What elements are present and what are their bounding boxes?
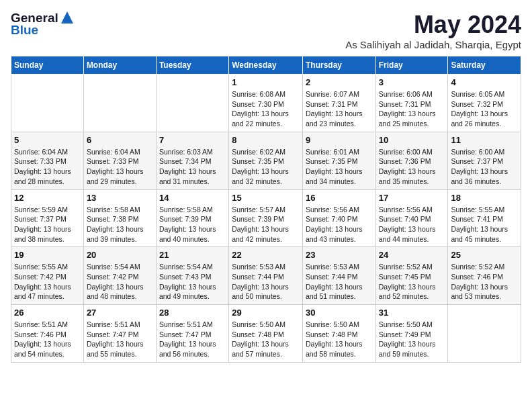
calendar-cell: 7Sunrise: 6:03 AM Sunset: 7:34 PM Daylig… xyxy=(156,132,228,189)
day-info: Sunrise: 5:58 AM Sunset: 7:39 PM Dayligh… xyxy=(159,205,226,244)
calendar-cell: 13Sunrise: 5:58 AM Sunset: 7:38 PM Dayli… xyxy=(83,189,156,247)
calendar-table: SundayMondayTuesdayWednesdayThursdayFrid… xyxy=(11,56,521,363)
day-number: 10 xyxy=(379,135,445,145)
calendar-cell: 6Sunrise: 6:04 AM Sunset: 7:33 PM Daylig… xyxy=(83,132,156,189)
day-info: Sunrise: 5:53 AM Sunset: 7:44 PM Dayligh… xyxy=(232,262,300,302)
day-info: Sunrise: 5:58 AM Sunset: 7:38 PM Dayligh… xyxy=(87,205,153,244)
day-number: 11 xyxy=(451,135,518,145)
day-info: Sunrise: 6:06 AM Sunset: 7:31 PM Dayligh… xyxy=(379,89,445,129)
day-info: Sunrise: 5:51 AM Sunset: 7:47 PM Dayligh… xyxy=(159,320,226,359)
calendar-cell: 15Sunrise: 5:57 AM Sunset: 7:39 PM Dayli… xyxy=(229,189,303,247)
day-number: 4 xyxy=(451,77,518,87)
calendar-week-row: 1Sunrise: 6:08 AM Sunset: 7:30 PM Daylig… xyxy=(11,75,521,132)
day-info: Sunrise: 6:07 AM Sunset: 7:31 PM Dayligh… xyxy=(306,89,373,129)
calendar-cell xyxy=(83,75,156,132)
day-info: Sunrise: 5:57 AM Sunset: 7:39 PM Dayligh… xyxy=(232,205,300,244)
day-info: Sunrise: 6:00 AM Sunset: 7:36 PM Dayligh… xyxy=(379,147,445,187)
calendar-cell: 3Sunrise: 6:06 AM Sunset: 7:31 PM Daylig… xyxy=(375,75,448,132)
weekday-header-tuesday: Tuesday xyxy=(156,56,228,75)
page-header: General Blue May 2024 As Salihiyah al Ja… xyxy=(11,11,521,50)
day-number: 15 xyxy=(232,193,300,203)
calendar-cell: 27Sunrise: 5:51 AM Sunset: 7:47 PM Dayli… xyxy=(83,305,156,363)
weekday-header-thursday: Thursday xyxy=(302,56,375,75)
calendar-week-row: 5Sunrise: 6:04 AM Sunset: 7:33 PM Daylig… xyxy=(11,132,521,189)
day-info: Sunrise: 5:51 AM Sunset: 7:47 PM Dayligh… xyxy=(87,320,153,359)
day-number: 23 xyxy=(306,250,373,260)
calendar-cell: 18Sunrise: 5:55 AM Sunset: 7:41 PM Dayli… xyxy=(448,189,521,247)
day-info: Sunrise: 5:56 AM Sunset: 7:40 PM Dayligh… xyxy=(306,205,373,244)
day-number: 14 xyxy=(159,193,226,203)
day-number: 22 xyxy=(232,250,300,260)
day-info: Sunrise: 5:59 AM Sunset: 7:37 PM Dayligh… xyxy=(14,205,81,244)
day-number: 3 xyxy=(379,77,445,87)
calendar-cell: 5Sunrise: 6:04 AM Sunset: 7:33 PM Daylig… xyxy=(11,132,84,189)
calendar-cell: 1Sunrise: 6:08 AM Sunset: 7:30 PM Daylig… xyxy=(229,75,303,132)
calendar-cell: 26Sunrise: 5:51 AM Sunset: 7:46 PM Dayli… xyxy=(11,305,84,363)
calendar-cell: 17Sunrise: 5:56 AM Sunset: 7:40 PM Dayli… xyxy=(375,189,448,247)
calendar-cell: 29Sunrise: 5:50 AM Sunset: 7:48 PM Dayli… xyxy=(229,305,303,363)
day-number: 9 xyxy=(306,135,373,145)
calendar-cell: 31Sunrise: 5:50 AM Sunset: 7:49 PM Dayli… xyxy=(375,305,448,363)
day-info: Sunrise: 5:54 AM Sunset: 7:43 PM Dayligh… xyxy=(159,262,226,302)
weekday-header-friday: Friday xyxy=(375,56,448,75)
day-info: Sunrise: 5:54 AM Sunset: 7:42 PM Dayligh… xyxy=(87,262,153,302)
day-number: 31 xyxy=(379,308,445,318)
day-number: 16 xyxy=(306,193,373,203)
calendar-cell xyxy=(448,305,521,363)
day-number: 5 xyxy=(14,135,81,145)
calendar-cell: 22Sunrise: 5:53 AM Sunset: 7:44 PM Dayli… xyxy=(229,247,303,305)
calendar-cell: 24Sunrise: 5:52 AM Sunset: 7:45 PM Dayli… xyxy=(375,247,448,305)
day-number: 18 xyxy=(451,193,518,203)
day-number: 12 xyxy=(14,193,81,203)
day-number: 2 xyxy=(306,77,373,87)
day-info: Sunrise: 5:50 AM Sunset: 7:49 PM Dayligh… xyxy=(379,320,445,359)
calendar-cell: 20Sunrise: 5:54 AM Sunset: 7:42 PM Dayli… xyxy=(83,247,156,305)
day-number: 1 xyxy=(232,77,300,87)
day-info: Sunrise: 6:08 AM Sunset: 7:30 PM Dayligh… xyxy=(232,89,300,129)
day-number: 19 xyxy=(14,250,81,260)
svg-marker-0 xyxy=(61,11,73,24)
logo-triangle-icon xyxy=(61,10,73,24)
day-number: 13 xyxy=(87,193,153,203)
calendar-cell: 30Sunrise: 5:50 AM Sunset: 7:48 PM Dayli… xyxy=(302,305,375,363)
day-info: Sunrise: 5:50 AM Sunset: 7:48 PM Dayligh… xyxy=(232,320,300,359)
month-title: May 2024 xyxy=(345,11,521,39)
calendar-cell xyxy=(11,75,84,132)
day-info: Sunrise: 6:04 AM Sunset: 7:33 PM Dayligh… xyxy=(14,147,81,187)
weekday-header-sunday: Sunday xyxy=(11,56,84,75)
day-info: Sunrise: 5:55 AM Sunset: 7:41 PM Dayligh… xyxy=(451,205,518,244)
calendar-cell: 9Sunrise: 6:01 AM Sunset: 7:35 PM Daylig… xyxy=(302,132,375,189)
weekday-header-saturday: Saturday xyxy=(448,56,521,75)
day-info: Sunrise: 6:03 AM Sunset: 7:34 PM Dayligh… xyxy=(159,147,226,187)
calendar-week-row: 12Sunrise: 5:59 AM Sunset: 7:37 PM Dayli… xyxy=(11,189,521,247)
calendar-cell: 2Sunrise: 6:07 AM Sunset: 7:31 PM Daylig… xyxy=(302,75,375,132)
calendar-header-row: SundayMondayTuesdayWednesdayThursdayFrid… xyxy=(11,56,521,75)
day-number: 28 xyxy=(159,308,226,318)
calendar-cell: 11Sunrise: 6:00 AM Sunset: 7:37 PM Dayli… xyxy=(448,132,521,189)
calendar-cell: 23Sunrise: 5:53 AM Sunset: 7:44 PM Dayli… xyxy=(302,247,375,305)
day-number: 25 xyxy=(451,250,518,260)
calendar-cell: 12Sunrise: 5:59 AM Sunset: 7:37 PM Dayli… xyxy=(11,189,84,247)
day-info: Sunrise: 5:50 AM Sunset: 7:48 PM Dayligh… xyxy=(306,320,373,359)
calendar-cell: 28Sunrise: 5:51 AM Sunset: 7:47 PM Dayli… xyxy=(156,305,228,363)
day-info: Sunrise: 6:01 AM Sunset: 7:35 PM Dayligh… xyxy=(306,147,373,187)
day-info: Sunrise: 5:53 AM Sunset: 7:44 PM Dayligh… xyxy=(306,262,373,302)
day-info: Sunrise: 5:52 AM Sunset: 7:46 PM Dayligh… xyxy=(451,262,518,302)
day-number: 6 xyxy=(87,135,153,145)
calendar-cell: 8Sunrise: 6:02 AM Sunset: 7:35 PM Daylig… xyxy=(229,132,303,189)
weekday-header-wednesday: Wednesday xyxy=(229,56,303,75)
calendar-week-row: 26Sunrise: 5:51 AM Sunset: 7:46 PM Dayli… xyxy=(11,305,521,363)
day-number: 8 xyxy=(232,135,300,145)
calendar-cell: 16Sunrise: 5:56 AM Sunset: 7:40 PM Dayli… xyxy=(302,189,375,247)
day-number: 24 xyxy=(379,250,445,260)
calendar-cell: 25Sunrise: 5:52 AM Sunset: 7:46 PM Dayli… xyxy=(448,247,521,305)
calendar-cell: 21Sunrise: 5:54 AM Sunset: 7:43 PM Dayli… xyxy=(156,247,228,305)
day-number: 29 xyxy=(232,308,300,318)
location-title: As Salihiyah al Jadidah, Sharqia, Egypt xyxy=(345,39,521,50)
day-info: Sunrise: 5:55 AM Sunset: 7:42 PM Dayligh… xyxy=(14,262,81,302)
calendar-cell: 10Sunrise: 6:00 AM Sunset: 7:36 PM Dayli… xyxy=(375,132,448,189)
title-section: May 2024 As Salihiyah al Jadidah, Sharqi… xyxy=(345,11,521,50)
day-number: 20 xyxy=(87,250,153,260)
calendar-cell: 14Sunrise: 5:58 AM Sunset: 7:39 PM Dayli… xyxy=(156,189,228,247)
weekday-header-monday: Monday xyxy=(83,56,156,75)
